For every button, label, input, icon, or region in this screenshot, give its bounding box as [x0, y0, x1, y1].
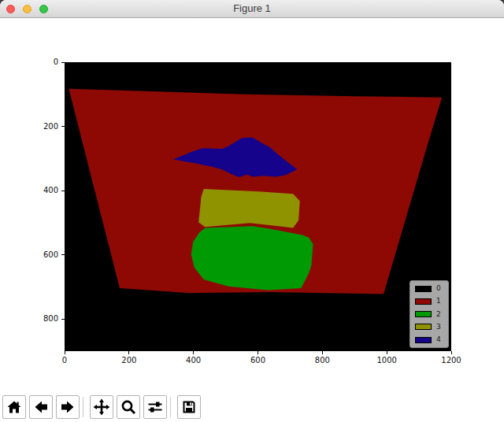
legend-swatch: [415, 311, 432, 317]
zoom-to-rect-button[interactable]: [117, 395, 140, 419]
home-icon: [6, 398, 23, 416]
x-tick-label: 600: [250, 356, 265, 365]
x-tick: [258, 351, 258, 354]
back-button[interactable]: [29, 395, 53, 419]
legend-entry: 2: [415, 311, 443, 318]
legend-swatch: [415, 337, 432, 343]
legend-swatch: [415, 286, 432, 292]
y-tick-label: 800: [25, 314, 58, 323]
legend-entry: 3: [415, 324, 443, 331]
x-tick: [128, 351, 129, 354]
y-tick: [61, 62, 65, 63]
legend-label: 3: [436, 324, 441, 331]
legend-label: 2: [436, 311, 441, 318]
legend-swatch: [415, 298, 432, 305]
legend-label: 1: [436, 298, 441, 305]
y-tick: [61, 126, 65, 127]
titlebar[interactable]: Figure 1: [0, 0, 504, 18]
save-icon: [180, 398, 198, 416]
pan-icon: [93, 398, 110, 416]
x-tick-label: 400: [186, 356, 201, 365]
legend-entry: 1: [415, 298, 443, 305]
x-tick: [322, 351, 323, 354]
y-tick-label: 0: [25, 57, 58, 66]
toolbar-separator: [83, 397, 83, 417]
y-tick-label: 400: [25, 186, 58, 194]
forward-button[interactable]: [56, 395, 80, 419]
x-tick: [387, 351, 387, 354]
x-tick-label: 200: [121, 356, 136, 365]
configure-subplots-icon: [146, 398, 164, 416]
legend-label: 0: [436, 285, 441, 292]
x-tick-label: 1000: [376, 356, 396, 365]
region-label-3: [198, 189, 299, 228]
x-tick: [65, 351, 65, 354]
legend-entry: 0: [415, 285, 443, 292]
legend-label: 4: [436, 336, 441, 343]
figure-window: Figure 1 0200400600800100012000200400600…: [0, 0, 504, 422]
pan-button[interactable]: [90, 395, 113, 419]
zoom-to-rect-icon: [120, 398, 137, 416]
legend: 01234: [410, 280, 449, 348]
y-tick: [61, 254, 65, 255]
x-tick-label: 0: [62, 356, 67, 365]
figure-canvas: 0200400600800100012000200400600800 01234: [0, 18, 504, 422]
x-tick-label: 1200: [441, 356, 461, 365]
toolbar-separator: [170, 397, 171, 417]
x-tick-label: 800: [315, 356, 330, 365]
window-title: Figure 1: [0, 2, 504, 14]
plot-area[interactable]: [65, 62, 451, 351]
home-button[interactable]: [2, 395, 26, 419]
y-tick: [61, 319, 65, 320]
back-icon: [32, 398, 50, 416]
region-label-2: [191, 226, 313, 290]
y-tick-label: 600: [25, 250, 58, 259]
legend-swatch: [415, 324, 432, 330]
plot-svg: [65, 62, 451, 351]
legend-entry: 4: [415, 336, 443, 343]
forward-icon: [59, 398, 76, 416]
save-button[interactable]: [177, 395, 201, 419]
y-tick-label: 200: [25, 122, 58, 131]
y-tick: [61, 191, 65, 191]
x-tick: [451, 351, 452, 354]
configure-subplots-button[interactable]: [143, 395, 167, 419]
x-tick: [193, 351, 194, 354]
